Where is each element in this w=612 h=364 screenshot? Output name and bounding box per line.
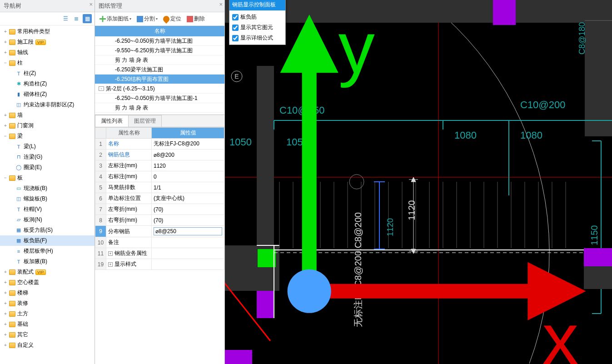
drawing-row[interactable]: -6.250梁平法施工图 (95, 65, 224, 75)
tree-group[interactable]: −梁 (0, 131, 95, 141)
tab-properties[interactable]: 属性列表 (95, 115, 129, 127)
drawing-row[interactable]: 剪 力 墙 身 表 (95, 55, 224, 65)
tree-group[interactable]: −板 (0, 173, 95, 183)
tree-item[interactable]: ◫螺旋板(B) (0, 194, 95, 204)
folder-icon (9, 322, 15, 327)
tree-item[interactable]: T板加腋(B) (0, 256, 95, 267)
tree-item[interactable]: ▱板洞(N) (0, 214, 95, 225)
tree-item[interactable]: ⊓连梁(G) (0, 152, 95, 162)
type-icon: T (15, 206, 22, 213)
tree-label: 柱 (17, 59, 23, 67)
type-icon: ⊓ (15, 154, 22, 160)
nav-tree[interactable]: +常用构件类型+施工段VIP+轴线−柱T柱(Z)✱构造柱(Z)▮砌体柱(Z)◫约… (0, 25, 95, 364)
tree-group[interactable]: +土方 (0, 309, 95, 319)
tree-item[interactable]: ≡楼层板带(H) (0, 246, 95, 256)
add-drawing-button[interactable]: 添加图纸▾ (98, 14, 133, 24)
drawings-toolbar: 添加图纸▾ 分割▾ 定位 删除 (95, 12, 224, 26)
tree-label: 现浇板(B) (24, 184, 47, 192)
tree-item[interactable]: ▮砌体柱(Z) (0, 89, 95, 100)
chevron-icon: + (3, 343, 8, 348)
property-row[interactable]: 4右标注(mm)0 (95, 171, 224, 182)
folder-icon (9, 301, 15, 306)
tree-item[interactable]: T柱(Z) (0, 68, 95, 79)
property-row[interactable]: 5马凳筋排数1/1 (95, 182, 224, 193)
row-index: 1 (95, 139, 106, 150)
drawing-row[interactable]: -6.250~-0.050剪力墙平法施工图 (95, 36, 224, 46)
tree-group[interactable]: +常用构件类型 (0, 26, 95, 37)
col-value: 属性值 (152, 128, 224, 139)
drawing-row[interactable]: -9.550~-6.250剪力墙平法施工图 (95, 46, 224, 55)
tree-item[interactable]: T梁(L) (0, 141, 95, 152)
drawing-row[interactable]: 剪 力 墙 身 表 (95, 103, 224, 113)
property-name: 显示样式 (114, 261, 136, 267)
property-row[interactable]: 8右弯折(mm)(70) (95, 215, 224, 226)
close-icon[interactable]: × (219, 1, 223, 8)
property-row[interactable]: 9分布钢筋 (95, 226, 224, 237)
nav-panel: 导航树 × ☰ ≣ ▦ +常用构件类型+施工段VIP+轴线−柱T柱(Z)✱构造柱… (0, 0, 95, 364)
locate-icon (162, 15, 171, 24)
drawing-canvas[interactable]: E 6 C8@180 C10@150 1050 1050 C10@200 108… (225, 0, 612, 364)
property-value-input[interactable] (154, 227, 222, 235)
tree-label: 连梁(G) (24, 153, 42, 161)
row-index: 19 (95, 259, 106, 270)
tree-group[interactable]: +门窗洞 (0, 120, 95, 131)
property-name-link[interactable]: 名称 (108, 140, 119, 147)
tree-group[interactable]: +基础 (0, 319, 95, 329)
type-icon: ▦ (15, 238, 22, 244)
locate-button[interactable]: 定位 (161, 14, 183, 24)
view-tree-icon[interactable]: ☰ (61, 14, 70, 23)
expander-icon[interactable]: + (108, 262, 113, 267)
property-row[interactable]: 7左弯折(mm)(70) (95, 204, 224, 215)
view-list-icon[interactable]: ≣ (72, 14, 81, 23)
nav-title: 导航树 × (0, 0, 95, 12)
view-grid-icon[interactable]: ▦ (83, 14, 92, 23)
property-value: (70) (154, 217, 163, 224)
close-icon[interactable]: × (89, 1, 93, 8)
property-row[interactable]: 1名称无标注FJ-C8@200 (95, 139, 224, 150)
property-name: 左标注(mm) (108, 162, 137, 169)
tab-layers[interactable]: 图层管理 (128, 115, 162, 127)
tree-group[interactable]: +装修 (0, 298, 95, 309)
tree-label: 梁 (17, 132, 23, 140)
type-icon: ▮ (15, 91, 22, 98)
tree-group[interactable]: +自定义 (0, 340, 95, 350)
tree-group[interactable]: +施工段VIP (0, 37, 95, 47)
property-value: 1/1 (154, 184, 161, 191)
folder-icon (9, 113, 15, 118)
tree-item[interactable]: ◫约束边缘非阴影区(Z) (0, 100, 95, 110)
property-row[interactable]: 2钢筋信息⌀8@200 (95, 150, 224, 160)
tree-group[interactable]: +装配式VIP (0, 267, 95, 277)
type-icon: ◫ (15, 196, 22, 202)
tree-group[interactable]: +其它 (0, 329, 95, 340)
tree-item[interactable]: ▦板负筋(F) (0, 235, 95, 246)
property-row[interactable]: 10备注 (95, 237, 224, 248)
tree-item[interactable]: ✱构造柱(Z) (0, 79, 95, 89)
tree-group[interactable]: −柱 (0, 58, 95, 68)
drawing-tree[interactable]: -6.250~-0.050剪力墙平法施工图-9.550~-6.250剪力墙平法施… (95, 36, 224, 115)
property-row[interactable]: 3左标注(mm)1120 (95, 160, 224, 171)
expander-icon[interactable]: + (108, 251, 113, 256)
tree-group[interactable]: +楼梯 (0, 288, 95, 298)
property-row[interactable]: 11+钢筋业务属性 (95, 248, 224, 259)
property-row[interactable]: 19+显示样式 (95, 259, 224, 270)
tree-group[interactable]: +轴线 (0, 47, 95, 58)
folder-icon (9, 280, 15, 285)
property-name-link[interactable]: 钢筋信息 (108, 151, 130, 158)
drawing-label: -6.250~-0.050剪力墙平法施工图-1 (115, 95, 198, 102)
tree-item[interactable]: ◯圈梁(E) (0, 162, 95, 173)
split-button[interactable]: 分割▾ (135, 14, 159, 24)
folder-icon (9, 311, 15, 317)
tree-item[interactable]: T柱帽(V) (0, 204, 95, 214)
tree-group[interactable]: +空心楼盖 (0, 277, 95, 288)
tree-group[interactable]: +墙 (0, 110, 95, 120)
drawing-row[interactable]: -6.250~-0.050剪力墙平法施工图-1 (95, 94, 224, 103)
col-name: 属性名称 (106, 128, 152, 139)
row-index: 6 (95, 193, 106, 204)
tree-item[interactable]: ▦板受力筋(S) (0, 225, 95, 235)
tree-item[interactable]: ▭现浇板(B) (0, 183, 95, 194)
property-row[interactable]: 6单边标注位置(支座中心线) (95, 193, 224, 204)
drawing-row[interactable]: -第-2层 (-6.25~-3.15) (95, 84, 224, 94)
drawing-row[interactable]: -6.250结构平面布置图 (95, 75, 224, 84)
drawing-label: -6.250结构平面布置图 (115, 75, 169, 83)
delete-button[interactable]: 删除 (185, 14, 207, 24)
